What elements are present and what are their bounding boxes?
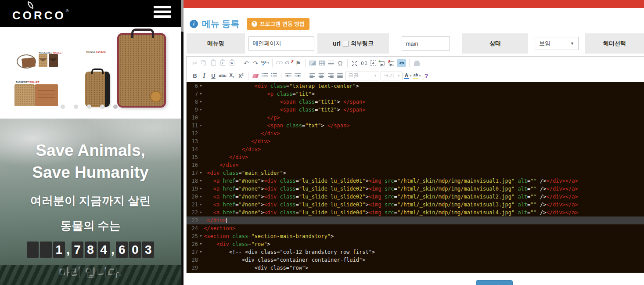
counter-digit-box: 1 <box>53 242 65 258</box>
corco-logo[interactable]: CORCO® <box>12 2 68 22</box>
undo-icon[interactable]: ↶ <box>242 58 250 68</box>
cut-icon[interactable]: ✂ <box>191 58 199 68</box>
source-code-area[interactable]: 6▾ <div class="txtwrap text-center">7▾ <… <box>187 82 644 273</box>
hero-section: Save Animals, Save Humanity 여러분이 지금까지 살린… <box>0 119 181 285</box>
maximize-icon[interactable]: ↖↗↙↘ <box>351 58 359 68</box>
bold-button[interactable]: B <box>191 71 199 81</box>
external-link-checkbox[interactable] <box>343 41 349 47</box>
font-select[interactable]: 글꼴▾ <box>345 71 379 81</box>
italic-button[interactable]: I <box>200 71 208 81</box>
leaf-icon <box>27 1 34 9</box>
align-right-icon[interactable] <box>327 71 335 81</box>
slider-dot-2[interactable] <box>74 105 78 109</box>
hero-subtitle-2: 동물의 수는 <box>0 218 181 234</box>
counter-digit-box: 7 <box>72 242 83 258</box>
product-label-passport-wallet: PASSPORT WALLET <box>16 81 40 83</box>
image-icon[interactable] <box>309 58 317 68</box>
code-line-27: 27▾ <!-- <div class="col-12 brandstory_r… <box>187 248 644 256</box>
find-icon[interactable] <box>360 58 368 68</box>
subscript-button[interactable]: X2 <box>228 71 236 81</box>
indent-icon[interactable]: ► <box>294 71 302 81</box>
code-line-21: 21▾ <a href="#none"><div class="lu_slide… <box>187 201 644 209</box>
text-color-icon[interactable]: A▾ <box>404 71 412 81</box>
menu-form: 메뉴명 url 외부링크 상태 보임 ▼ 헤더선택 <box>187 33 644 54</box>
code-line-24: 24</section> <box>187 224 644 232</box>
code-line-19: 19▾ <a href="#none"><div class="lu_slide… <box>187 185 644 193</box>
code-line-25: 25▾<section class="section-main-brandsto… <box>187 232 644 240</box>
redo-icon[interactable]: ↷ <box>252 58 259 68</box>
bullet-list-icon[interactable] <box>270 71 278 81</box>
print-icon[interactable] <box>413 58 421 68</box>
numbered-list-icon[interactable] <box>261 71 269 81</box>
passport-wallet-right-image <box>35 84 58 106</box>
code-line-14: 14 </div> <box>187 145 644 153</box>
slider-dots[interactable] <box>61 105 118 109</box>
counter-digit-box: 3 <box>142 242 154 258</box>
program-link-help-button[interactable]: ? 프로그램 연동 방법 <box>247 18 310 30</box>
align-center-icon[interactable] <box>317 71 325 81</box>
necklace-wallet-pouch-image <box>22 57 36 68</box>
remove-format-icon[interactable] <box>252 71 259 81</box>
paste-icon[interactable] <box>209 58 217 68</box>
size-select[interactable]: 크기▾ <box>381 71 403 81</box>
strike-button[interactable]: abc <box>219 71 227 81</box>
toolbar-separator <box>305 72 305 80</box>
select-all-icon[interactable]: A <box>369 58 377 68</box>
logo-text: CORCO <box>12 9 66 22</box>
toolbar-separator <box>281 72 281 80</box>
code-line-6: 6▾ <div class="txtwrap text-center"> <box>187 82 644 90</box>
source-button[interactable]: <> <box>397 58 406 68</box>
url-input[interactable] <box>402 36 450 51</box>
bg-color-icon[interactable]: ab▾ <box>413 71 421 81</box>
superscript-button[interactable]: X2 <box>237 71 245 81</box>
status-select[interactable]: 보임 ▼ <box>535 37 579 50</box>
spellcheck-icon[interactable]: ABC✓▾ <box>261 58 269 68</box>
paste-text-icon[interactable]: A <box>219 58 227 68</box>
counter-digit-box: 8 <box>85 242 97 258</box>
url-label: url <box>333 40 341 47</box>
hero-title-line1: Save Animals, <box>0 140 181 162</box>
link-icon[interactable] <box>276 58 284 68</box>
code-line-17: 17▾ <div class="main_slider"> <box>187 169 644 177</box>
header-select-label: 헤더선택 <box>585 33 644 54</box>
paste-word-icon[interactable]: W <box>228 58 236 68</box>
add-comment-icon[interactable]: + <box>378 58 386 68</box>
menu-name-input[interactable] <box>248 36 314 51</box>
product-slider[interactable]: NECKLACE WALLET TRAVEL GO BAG PASSPORT W… <box>0 27 181 119</box>
counter-comma: , <box>111 243 115 257</box>
code-line-11: 11▾ <span class="txt"> </span> <box>187 122 644 130</box>
anchor-icon[interactable]: ⚑ <box>294 58 302 68</box>
cork-badge <box>150 91 162 102</box>
align-justify-icon[interactable] <box>336 71 344 81</box>
counter-digit-box: 4 <box>98 242 110 258</box>
remove-comment-icon[interactable]: ✗ <box>388 58 396 68</box>
counter-comma: , <box>66 243 70 257</box>
counter-digit-box <box>27 242 39 258</box>
hr-icon[interactable] <box>327 58 335 68</box>
unlink-icon[interactable]: ✗ <box>285 58 293 68</box>
slider-dot-1[interactable] <box>61 105 65 109</box>
save-button[interactable]: 저장하기 <box>476 280 513 285</box>
registered-mark: ® <box>66 9 69 13</box>
external-link-label: 외부링크 <box>351 40 374 47</box>
hamburger-menu-icon[interactable] <box>154 6 171 20</box>
table-icon[interactable] <box>318 58 326 68</box>
slider-dot-5[interactable] <box>113 105 118 109</box>
underline-button[interactable]: U <box>209 71 217 81</box>
screen: CORCO® NECKLACE WALLET TRAVEL GO BAG PAS… <box>0 0 644 285</box>
info-icon: i <box>190 20 198 28</box>
special-char-icon[interactable]: Ω <box>336 58 344 68</box>
product-label-travel-go-bag: TRAVEL GO BAG <box>86 51 106 53</box>
about-icon[interactable]: ? <box>422 71 430 81</box>
copy-icon[interactable] <box>200 58 208 68</box>
code-line-30: 30 <div class="col-12 col-lg-6 brandstor… <box>187 272 644 273</box>
slider-dot-4[interactable] <box>100 105 104 109</box>
code-line-7: 7▾ <p class="tit"> <box>187 90 644 98</box>
toolbar-separator <box>347 59 348 67</box>
admin-pane: i 메뉴 등록 ? 프로그램 연동 방법 메뉴명 url 외부링크 상태 보임 … <box>183 0 644 285</box>
slider-dot-3[interactable] <box>87 105 91 109</box>
align-left-icon[interactable] <box>308 71 316 81</box>
outdent-icon[interactable]: ◄ <box>284 71 292 81</box>
status-select-value: 보임 <box>539 40 550 47</box>
passport-wallet-left-image <box>14 84 35 106</box>
